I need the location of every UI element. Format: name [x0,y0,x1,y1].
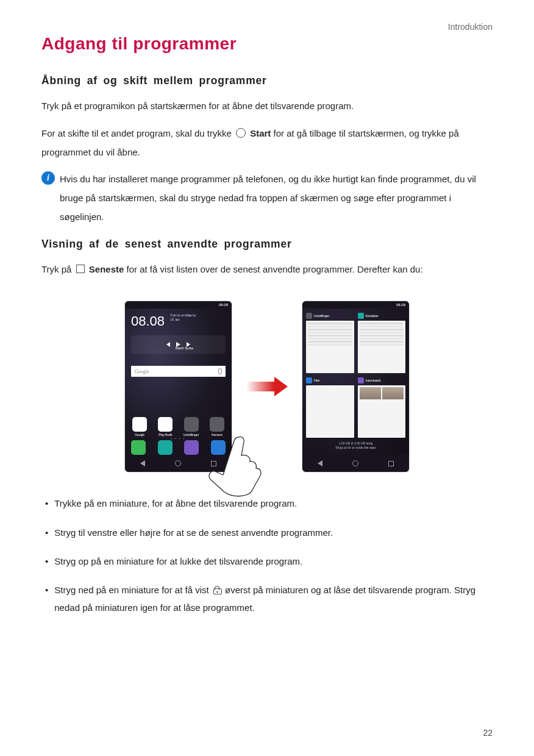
section1-p2: For at skifte til et andet program, skal… [41,124,493,162]
search-placeholder: Google [135,369,149,374]
app-bubble [132,417,147,432]
text: Tryk på [41,264,74,274]
phone-recents: 08.08 IndstillingerKontakterFilerInstruk… [302,301,409,472]
header-section: Introduktion [41,22,493,32]
home-icon [236,128,246,138]
recent-app-title: Instruktørtil. [366,379,382,382]
lock-icon [213,586,221,594]
section1-p1: Tryk på et programikon på startskærmen f… [41,97,493,116]
info-callout: i Hvis du har installeret mange programm… [41,170,493,226]
text: for at få vist listen over de senest anv… [127,264,423,274]
bullet-text: Trykke på en miniature, for at åbne det … [54,494,493,512]
section2-heading: Visning af de senest anvendte programmer [41,238,493,251]
arrow [243,377,291,396]
recent-app-title: Kontakter [366,314,379,318]
recent-app-icon [306,377,312,383]
recent-app-title: Indstillinger [314,314,329,318]
bullet-list: Trykke på en miniature, for at åbne det … [41,494,493,616]
recents-footer: 1.50 GB af 3.00 GB ledig Stryg op for at… [306,441,405,451]
music-title: Bach Suite [131,346,232,350]
arrow-head-icon [274,377,288,396]
hand-pointer-icon [204,431,271,498]
nav-home-icon [352,460,358,466]
status-bar: 08.08 [125,301,232,308]
recent-label: Seneste [89,264,124,274]
app-icon: Google [131,417,148,437]
info-icon: i [41,171,55,185]
app-label: Google [135,433,144,437]
app-bubble [184,417,199,432]
recent-app-icon [306,313,312,319]
music-widget [131,335,226,354]
status-time: 08.08 [396,303,405,307]
bullet-text: Stryg op på en miniature for at lukke de… [54,552,493,570]
recent-card: Filer [306,377,354,438]
search-bar: Google [131,366,226,377]
clock-sub: Tryk for at tilføje by19. apr. [170,313,196,322]
app-label: Play Butik [158,433,172,437]
arrow-body [246,382,274,391]
nav-back-icon [140,460,145,466]
bullet-text: Stryg ned på en miniature for at få vist… [54,581,493,617]
bullet-text: Stryg til venstre eller højre for at se … [54,524,493,541]
dock-icon [131,440,146,455]
app-label: Indstillinger [183,433,199,437]
bullet-item: Stryg til venstre eller højre for at se … [41,524,493,541]
recent-app-icon [358,313,364,319]
nav-home-icon [175,460,181,466]
text: For at skifte til et andet program, skal… [41,128,234,138]
recent-thumb [358,321,406,373]
page: Introduktion Adgang til programmer Åbnin… [0,0,534,756]
app-icon: Play Butik [157,417,174,437]
nav-back-icon [318,460,322,466]
bullet-item: Stryg op på en miniature for at lukke de… [41,552,493,570]
recent-app-title: Filer [314,379,320,382]
start-label: Start [250,128,271,138]
figure: 08.08 08.08 Tryk for at tilføje by19. ap… [41,292,493,481]
section1-heading: Åbning af og skift mellem programmer [41,74,493,87]
clock-time: 08.08 [131,313,165,329]
dock-icon [158,440,173,455]
dock-icon [184,440,199,455]
bullet-item: Stryg ned på en miniature for at få vist… [41,581,493,617]
section2-p1: Tryk på Seneste for at få vist listen ov… [41,260,493,279]
app-icon: Indstillinger [183,417,200,437]
page-number: 22 [483,728,493,738]
recent-icon [76,265,85,273]
nav-recent-icon [388,461,394,466]
clock-widget: 08.08 Tryk for at tilføje by19. apr. [131,313,226,329]
recent-app-icon [358,377,364,383]
recent-thumb [306,385,354,438]
recent-card: Indstillinger [306,312,354,373]
info-text: Hvis du har installeret mange programmer… [60,170,493,226]
nav-bar [302,455,409,472]
text: Stryg ned på en miniature for at få vist [54,585,212,595]
recent-thumb [306,321,354,373]
status-bar: 08.08 [302,301,409,308]
mic-icon [218,368,222,374]
app-bubble [210,417,224,432]
status-time: 08.08 [219,303,228,307]
page-title: Adgang til programmer [41,34,493,54]
recent-card: Instruktørtil. [358,377,406,438]
app-bubble [158,417,173,432]
recent-card: Kontakter [358,312,406,373]
recent-thumb [358,385,406,438]
recents-grid: IndstillingerKontakterFilerInstruktørtil… [302,308,409,455]
